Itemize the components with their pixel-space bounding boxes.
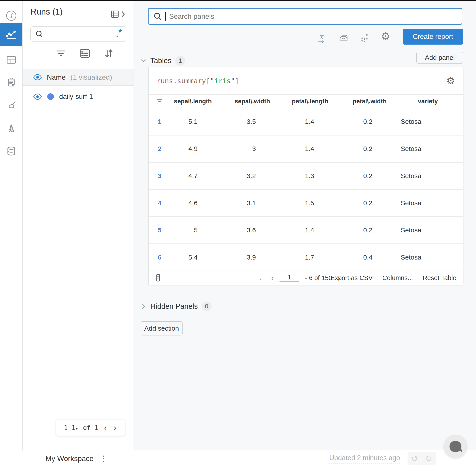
workspace-line-chart-icon[interactable] [0,23,22,46]
cell-variety: Setosa [401,145,463,153]
database-icon[interactable] [0,140,22,163]
cell-variety: Setosa [401,118,463,125]
table-action-button[interactable]: Reset Table [423,274,456,282]
cell-petal-width: 0.4 [343,254,401,261]
row-index-link[interactable]: 5 [149,226,171,234]
cell-petal-length: 1.5 [284,199,343,207]
runs-table-icon [111,10,120,19]
chat-bubble-icon [450,441,462,452]
outliers-icon[interactable] [360,33,370,43]
panels-icon[interactable] [0,48,22,71]
column-header[interactable]: sepal\.width [226,98,284,105]
clipboard-icon[interactable] [0,71,22,94]
redo-icon[interactable]: ↻ [422,452,436,465]
run-color-dot [47,93,54,100]
runs-list: daily-surf-1 [23,86,133,107]
table-row: 2 4.9 3 1.4 0.2 Setosa [149,135,463,163]
main-workspace: x ⚙ Create report Tables 1 Add panel run… [134,1,476,450]
runs-search-input[interactable] [44,30,116,38]
cell-variety: Setosa [401,226,463,234]
runs-title: Runs (1) [30,7,63,16]
column-header[interactable]: petal\.width [343,98,401,105]
workspace-menu-kebab-icon[interactable]: ⋮ [100,454,108,463]
table-filter-icon[interactable] [149,98,171,105]
cell-petal-width: 0.2 [343,226,401,234]
page-range-label: - 6 of 150 [305,274,332,282]
x-axis-settings-icon[interactable]: x [317,33,325,43]
panel-settings-gear-icon[interactable]: ⚙ [446,76,455,86]
smoothing-iron-icon[interactable] [338,33,349,43]
runs-pagination: 1-1▾ of 1 ‹ › [56,420,125,436]
panel-search-box [148,8,462,25]
table-action-button[interactable]: Columns... [382,274,413,282]
chevron-right-icon [141,303,146,309]
cell-sepal-length: 4.6 [171,199,226,207]
row-index-link[interactable]: 1 [149,118,171,125]
panel-title-bar: runs.summary["iris"] ⚙ [149,67,463,95]
footer-bar: My Workspace ⋮ Updated 2 minutes ago ↺ ↻ [0,450,476,467]
page-number-input[interactable]: 1 [279,274,299,282]
table-row: 1 5.1 3.5 1.4 0.2 Setosa [149,108,463,135]
runs-list-header[interactable]: Name (1 visualized) [23,69,133,86]
cell-sepal-length: 4.9 [171,145,226,153]
table-action-button[interactable]: Export as CSV [331,274,373,282]
broom-icon[interactable] [0,94,22,117]
runs-page-range[interactable]: 1-1▾ [64,424,78,431]
cell-variety: Setosa [401,254,463,261]
hidden-panels-section: Hidden Panels 0 [134,298,476,314]
undo-icon[interactable]: ↺ [408,452,422,465]
runs-prev-page-button[interactable]: ‹ [103,424,108,432]
add-panel-button[interactable]: Add panel [416,52,463,64]
hidden-panels-label: Hidden Panels [150,302,198,311]
row-index-link[interactable]: 2 [149,145,171,153]
group-list-icon[interactable] [79,48,91,59]
row-index-link[interactable]: 4 [149,199,171,207]
undo-redo-group: ↺ ↻ [408,452,436,465]
table-row: 3 4.7 3.2 1.3 0.2 Setosa [149,163,463,190]
table-row: 4 4.6 3.1 1.5 0.2 Setosa [149,190,463,217]
cell-petal-width: 0.2 [343,118,401,125]
eye-icon[interactable] [33,93,42,100]
cell-sepal-length: 5.4 [171,254,226,261]
cell-petal-width: 0.2 [343,145,401,153]
cell-petal-length: 1.4 [284,118,343,125]
runs-table-expand-button[interactable] [111,10,125,19]
run-row[interactable]: daily-surf-1 [23,86,133,107]
first-page-arrow[interactable]: ← [259,274,265,282]
rocket-icon[interactable] [0,117,22,140]
cell-petal-width: 0.2 [343,199,401,207]
workspace-name: My Workspace [45,454,94,463]
regex-toggle-icon[interactable]: .* [116,30,122,39]
panel-search-input[interactable] [169,12,457,21]
column-header[interactable]: variety [401,98,463,105]
nav-rail: i [0,1,23,450]
eye-icon[interactable] [33,74,42,81]
column-header[interactable]: sepal\.length [171,98,226,105]
cell-sepal-length: 5.1 [171,118,226,125]
iris-table-panel: runs.summary["iris"] ⚙ sepal\.lengthsepa… [148,67,463,285]
cell-sepal-width: 3 [226,145,284,153]
sort-icon[interactable] [103,48,114,59]
hidden-panels-header[interactable]: Hidden Panels 0 [134,299,476,313]
row-index-link[interactable]: 3 [149,172,171,180]
workspace-settings-gear-icon[interactable]: ⚙ [381,31,390,41]
filter-icon[interactable] [55,48,67,59]
prev-page-chevron[interactable]: ‹ [271,274,274,282]
chat-support-button[interactable] [444,435,467,458]
runs-page-of: of 1 [83,424,98,431]
row-index-link[interactable]: 6 [149,254,171,261]
text-cursor [165,12,166,21]
search-icon [153,12,162,21]
add-section-button[interactable]: Add section [141,321,183,336]
cell-sepal-width: 3.9 [226,254,284,261]
column-header[interactable]: petal\.length [284,98,343,105]
updated-timestamp[interactable]: Updated 2 minutes ago [329,454,400,464]
cell-petal-width: 0.2 [343,172,401,180]
chevron-down-icon [141,58,146,64]
hidden-panels-count-badge: 0 [202,301,212,311]
cell-variety: Setosa [401,172,463,180]
cell-sepal-length: 5 [171,226,226,234]
runs-next-page-button[interactable]: › [113,424,117,432]
create-report-button[interactable]: Create report [403,29,463,45]
cell-sepal-width: 3.1 [226,199,284,207]
